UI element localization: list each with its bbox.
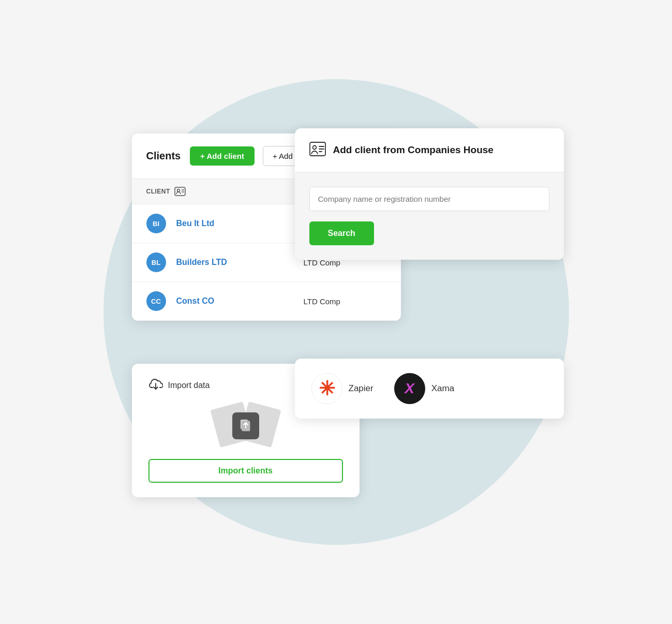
import-cloud-icon xyxy=(148,378,163,393)
svg-rect-0 xyxy=(175,187,185,196)
integrations-card: ✳ Zapier X Xama xyxy=(295,359,564,419)
add-client-button[interactable]: + Add client xyxy=(190,146,255,166)
modal-body: Search xyxy=(295,172,564,260)
modal-title: Add client from Companies House xyxy=(333,144,494,156)
client-name: Builders LTD xyxy=(176,258,300,267)
col-client-header: CLIENT xyxy=(146,187,300,196)
client-name: Const CO xyxy=(176,296,300,306)
avatar: CC xyxy=(146,291,166,311)
companies-house-icon xyxy=(309,142,326,158)
zapier-integration[interactable]: ✳ Zapier xyxy=(311,373,374,404)
import-illustration xyxy=(215,405,277,447)
companies-house-modal: Add client from Companies House Search xyxy=(295,128,564,260)
clients-title: Clients xyxy=(146,150,182,162)
avatar: BL xyxy=(146,252,166,272)
client-type: LTD Comp xyxy=(304,297,386,306)
upload-icon-box xyxy=(232,412,259,439)
import-title: Import data xyxy=(168,381,210,390)
zapier-label: Zapier xyxy=(349,383,374,394)
svg-point-14 xyxy=(312,146,316,150)
table-row[interactable]: CC Const CO LTD Comp xyxy=(132,282,401,321)
search-button[interactable]: Search xyxy=(309,221,374,245)
scene: Clients + Add client + Add from Companie… xyxy=(103,79,569,545)
zapier-logo: ✳ xyxy=(311,373,342,404)
client-name: Beu It Ltd xyxy=(176,219,300,228)
xama-logo: X xyxy=(394,373,425,404)
xama-x-icon: X xyxy=(405,380,414,397)
svg-point-1 xyxy=(177,189,180,192)
xama-integration[interactable]: X Xama xyxy=(394,373,454,404)
company-search-input[interactable] xyxy=(309,187,549,211)
zapier-asterisk-icon: ✳ xyxy=(319,379,335,398)
avatar: BI xyxy=(146,214,166,233)
xama-label: Xama xyxy=(431,383,454,394)
client-filter-icon[interactable] xyxy=(174,187,186,196)
import-clients-button[interactable]: Import clients xyxy=(148,459,343,483)
integrations-list: ✳ Zapier X Xama xyxy=(311,373,547,404)
modal-header: Add client from Companies House xyxy=(295,128,564,172)
